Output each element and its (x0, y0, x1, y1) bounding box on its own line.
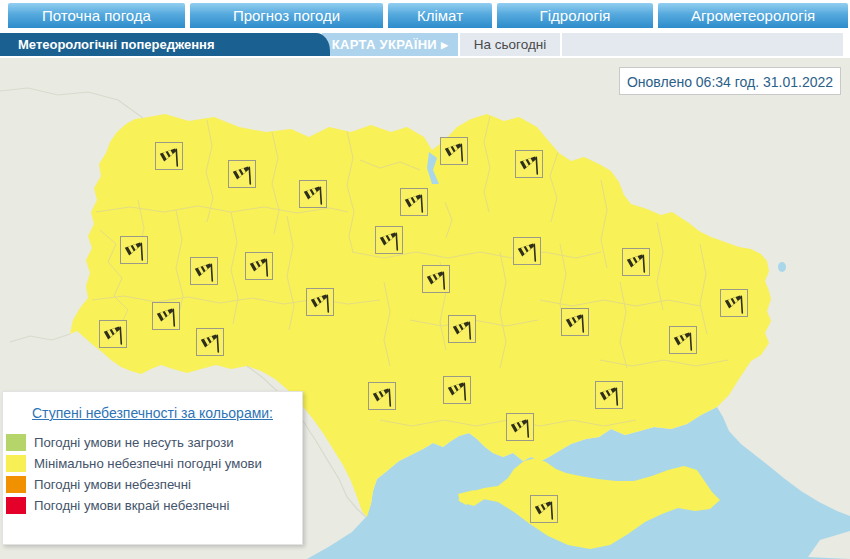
windsock-icon (229, 161, 255, 187)
windsock-marker[interactable] (190, 257, 218, 285)
windsock-icon (623, 249, 649, 275)
severity-color-swatch (6, 455, 26, 472)
ukraine-map-button-label: КАРТА УКРАЇНИ (332, 37, 437, 52)
windsock-marker[interactable] (422, 265, 450, 293)
ukraine-map-button[interactable]: КАРТА УКРАЇНИ ▶ (322, 33, 458, 56)
legend-item: Погодні умови вкрай небезпечні (3, 496, 302, 514)
windsock-icon (514, 238, 540, 264)
tab-today[interactable]: На сьогодні (460, 33, 560, 56)
legend-item-label: Погодні умови небезпечні (34, 477, 191, 492)
windsock-marker[interactable] (448, 315, 476, 343)
windsock-marker[interactable] (196, 328, 224, 356)
windsock-marker[interactable] (622, 248, 650, 276)
windsock-icon (562, 309, 588, 335)
windsock-icon (423, 266, 449, 292)
legend-item-label: Погодні умови вкрай небезпечні (34, 498, 229, 513)
nav-button[interactable]: Поточна погода (8, 3, 185, 28)
windsock-icon (441, 138, 467, 164)
legend-rows: Погодні умови не несуть загрози Мінімаль… (3, 433, 302, 514)
nav-button[interactable]: Прогноз погоди (190, 3, 383, 28)
windsock-icon (401, 189, 427, 215)
windsock-icon (670, 327, 696, 353)
windsock-marker[interactable] (669, 326, 697, 354)
warning-map[interactable]: Оновлено 06:34 год. 31.01.2022 Ступені н… (0, 58, 850, 559)
nav-button[interactable]: Агрометеорологія (658, 3, 848, 28)
windsock-marker[interactable] (595, 381, 623, 409)
windsock-icon (449, 316, 475, 342)
windsock-icon (100, 321, 126, 347)
windsock-marker[interactable] (513, 237, 541, 265)
severity-legend: Ступені небезпечності за кольорами: Пого… (2, 391, 303, 545)
windsock-marker[interactable] (561, 308, 589, 336)
windsock-icon (246, 253, 272, 279)
windsock-icon (300, 181, 326, 207)
windsock-icon (596, 382, 622, 408)
subnav-filler (562, 33, 843, 56)
top-navigation: Поточна погодаПрогноз погодиКліматГідрол… (0, 0, 850, 31)
windsock-marker[interactable] (245, 252, 273, 280)
windsock-icon (153, 303, 179, 329)
windsock-marker[interactable] (299, 180, 327, 208)
windsock-marker[interactable] (152, 302, 180, 330)
windsock-icon (721, 290, 747, 316)
severity-color-swatch (6, 476, 26, 493)
windsock-icon (376, 227, 402, 253)
severity-color-swatch (6, 497, 26, 514)
nav-button[interactable]: Гідрологія (497, 3, 653, 28)
windsock-icon (191, 258, 217, 284)
windsock-marker[interactable] (375, 226, 403, 254)
windsock-marker[interactable] (720, 289, 748, 317)
windsock-marker[interactable] (443, 376, 471, 404)
legend-item-label: Мінімально небезпечні погодні умови (34, 456, 262, 471)
legend-title: Ступені небезпечності за кольорами: (3, 405, 302, 421)
windsock-marker[interactable] (506, 413, 534, 441)
windsock-icon (444, 377, 470, 403)
windsock-icon (369, 383, 395, 409)
sub-navigation: Метеорологічні попередження КАРТА УКРАЇН… (0, 31, 850, 56)
windsock-icon (197, 329, 223, 355)
windsock-icon (307, 289, 333, 315)
updated-timestamp: Оновлено 06:34 год. 31.01.2022 (619, 67, 841, 95)
severity-color-swatch (6, 434, 26, 451)
windsock-marker[interactable] (515, 150, 543, 178)
chevron-right-icon: ▶ (441, 40, 448, 50)
windsock-marker[interactable] (228, 160, 256, 188)
legend-item: Погодні умови небезпечні (3, 475, 302, 493)
nav-button[interactable]: Клімат (388, 3, 492, 28)
windsock-marker[interactable] (99, 320, 127, 348)
windsock-icon (507, 414, 533, 440)
small-lake (778, 262, 786, 272)
windsock-icon (531, 496, 557, 522)
tab-meteorological-warnings[interactable]: Метеорологічні попередження (0, 33, 330, 56)
windsock-icon (121, 237, 147, 263)
legend-item: Мінімально небезпечні погодні умови (3, 454, 302, 472)
weather-warnings-page: { "nav": { "items": [ {"label": "Поточна… (0, 0, 850, 559)
windsock-marker[interactable] (530, 495, 558, 523)
windsock-marker[interactable] (440, 137, 468, 165)
windsock-icon (156, 143, 182, 169)
windsock-marker[interactable] (400, 188, 428, 216)
windsock-marker[interactable] (368, 382, 396, 410)
windsock-marker[interactable] (155, 142, 183, 170)
windsock-marker[interactable] (306, 288, 334, 316)
legend-item-label: Погодні умови не несуть загрози (34, 435, 234, 450)
windsock-icon (516, 151, 542, 177)
legend-item: Погодні умови не несуть загрози (3, 433, 302, 451)
windsock-marker[interactable] (120, 236, 148, 264)
